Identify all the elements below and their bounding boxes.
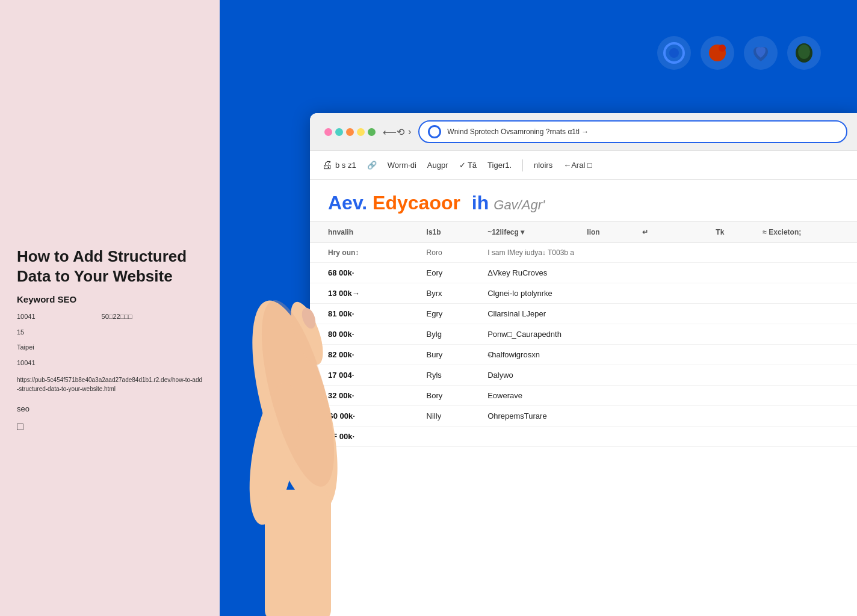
table-row: 81 00k· Egry Cllarsinal LJeper	[310, 304, 857, 324]
back-icon[interactable]: ⟵⟲	[383, 126, 404, 138]
sidebar-title: How to Add Structured Data to Your Websi…	[17, 247, 203, 286]
browser-content: Aev. Edycaoor ih Gav/Agr' hnvalih ls1b ~…	[310, 180, 857, 616]
browser-topbar: ⟵⟲ › Wnind Sprotech Ovsamroning ?rnats α…	[310, 113, 857, 151]
cell-col1: S0 00k·	[310, 406, 418, 427]
toolbar-item-worm[interactable]: Worm·di	[388, 161, 416, 170]
sidebar-url: https://pub-5c454f571b8e40a3a2aad27ade84…	[17, 375, 203, 393]
cell-col2: Ryls	[418, 365, 480, 386]
table-body: 68 00k· Eory ΔVkey RuCroves 13 00k→ Byrx…	[310, 263, 857, 447]
dot-yellow	[357, 128, 365, 136]
address-bar[interactable]: Wnind Sprotech Ovsamroning ?rnats α1tl →	[418, 120, 847, 143]
svg-point-3	[719, 45, 726, 52]
toolbar-label-worm: Worm·di	[388, 161, 416, 170]
dot-pink	[324, 128, 332, 136]
cell-col3: Ponw□_Caurapednth	[479, 324, 857, 345]
toolbar-item-2[interactable]: 🔗	[367, 161, 377, 170]
top-icon-2	[701, 36, 734, 70]
toolbar-icon-1: 🖨	[322, 159, 333, 171]
cell-col1: 80 00k·	[310, 324, 418, 345]
cell-col2: Eory	[418, 263, 480, 283]
cell-col2: Bory	[418, 386, 480, 406]
cell-col1: 13 00k→	[310, 283, 418, 304]
cell-col2: Nilly	[418, 406, 480, 427]
top-icon-1	[657, 36, 691, 70]
page-header: Aev. Edycaoor ih Gav/Agr'	[310, 180, 857, 221]
cell-col3: Dalywo	[479, 365, 857, 386]
svg-point-1	[669, 48, 679, 58]
table-subheader-row: Hry oun↕ Roro I sam IMey iudya↓ T003b a	[310, 243, 857, 263]
page-subtitle: Gav/Agr'	[493, 197, 545, 213]
main-area: ⟵⟲ › Wnind Sprotech Ovsamroning ?rnats α…	[220, 0, 857, 616]
top-icon-3	[744, 36, 778, 70]
browser-toolbar: 🖨 b s z1 🔗 Worm·di Augpr ✓ Tā Tiger1. nl…	[310, 151, 857, 180]
svg-point-7	[241, 379, 308, 529]
table-row: 13 00k→ Byrx Clgnei-lo ptolynrke	[310, 283, 857, 304]
toolbar-item-tiger[interactable]: Tiger1.	[487, 161, 512, 170]
cell-col3: €halfowigrosxn	[479, 345, 857, 365]
table-row: 32 00k· Bory Eowerave	[310, 386, 857, 406]
sidebar-meta-line1: 10041 50□22□□□	[17, 312, 203, 322]
cell-col2: Egry	[418, 304, 480, 324]
dot-teal	[335, 128, 343, 136]
toolbar-icon-2: 🔗	[367, 161, 377, 170]
svg-point-5	[798, 45, 810, 59]
toolbar-item-1[interactable]: 🖨 b s z1	[322, 159, 356, 171]
th-excieton: ≈ Excieton;	[754, 222, 857, 243]
cell-col3: Cllarsinal LJeper	[479, 304, 857, 324]
cell-col3: ΔVkey RuCroves	[479, 263, 857, 283]
sidebar-meta-line4: 10041	[17, 358, 203, 369]
sidebar-icon: □	[17, 420, 203, 433]
th-lifecg: ~12lifecg ▾	[479, 222, 578, 243]
cell-col1: 68 00k·	[310, 263, 418, 283]
cell-col3	[479, 427, 857, 447]
table-header-row: hnvalih ls1b ~12lifecg ▾ lion ↵ Tk ≈ Exc…	[310, 222, 857, 243]
cell-col3: Eowerave	[479, 386, 857, 406]
address-text: Wnind Sprotech Ovsamroning ?rnats α1tl →	[447, 128, 589, 136]
table-row: 80 00k· Bylg Ponw□_Caurapednth	[310, 324, 857, 345]
address-circle-icon	[428, 125, 441, 138]
page-title-part1: Aev. Edycaoor ih	[328, 192, 489, 214]
cell-col2	[418, 427, 480, 447]
toolbar-label-ta: ✓ Tā	[459, 161, 477, 170]
cell-col1: 32 00k·	[310, 386, 418, 406]
dot-orange	[346, 128, 354, 136]
cell-col2: Bury	[418, 345, 480, 365]
table-row: 8F 00k·	[310, 427, 857, 447]
forward-icon[interactable]: ›	[408, 126, 411, 137]
page-title-text3: ih	[472, 192, 489, 214]
sidebar: How to Add Structured Data to Your Websi…	[0, 0, 220, 616]
th-empty	[676, 222, 707, 243]
sidebar-meta-line2: 15	[17, 327, 203, 338]
toolbar-separator	[522, 159, 523, 171]
cell-col3: Clgnei-lo ptolynrke	[479, 283, 857, 304]
th-lion: lion	[578, 222, 634, 243]
cell-col2: Byrx	[418, 283, 480, 304]
browser-window: ⟵⟲ › Wnind Sprotech Ovsamroning ?rnats α…	[310, 113, 857, 616]
toolbar-item-aral[interactable]: ←Aral □	[563, 161, 592, 170]
sidebar-tag: seo	[17, 404, 203, 413]
cell-col1: 81 00k·	[310, 304, 418, 324]
toolbar-label-tiger: Tiger1.	[487, 161, 512, 170]
toolbar-item-ta[interactable]: ✓ Tā	[459, 161, 477, 170]
toolbar-item-augpr[interactable]: Augpr	[427, 161, 448, 170]
th-lstb: ls1b	[418, 222, 480, 243]
toolbar-label-1: b s z1	[335, 161, 356, 170]
sidebar-subtitle: Keyword SEO	[17, 294, 203, 304]
table-row: S0 00k· Nilly OhrepemsTurare	[310, 406, 857, 427]
top-icon-4	[787, 36, 821, 70]
cell-col2: Bylg	[418, 324, 480, 345]
subheader-col1: Hry oun↕	[310, 243, 418, 263]
toolbar-label-augpr: Augpr	[427, 161, 448, 170]
th-return: ↵	[634, 222, 676, 243]
table-row: 68 00k· Eory ΔVkey RuCroves	[310, 263, 857, 283]
table-row: 82 00k· Bury €halfowigrosxn	[310, 345, 857, 365]
table-row: 17 004· Ryls Dalywo	[310, 365, 857, 386]
cell-col1: 17 004·	[310, 365, 418, 386]
nav-icons[interactable]: ⟵⟲ ›	[383, 126, 411, 138]
toolbar-item-nloirs[interactable]: nloirs	[534, 161, 552, 170]
toolbar-label-nloirs: nloirs	[534, 161, 552, 170]
cell-col3: OhrepemsTurare	[479, 406, 857, 427]
data-table: hnvalih ls1b ~12lifecg ▾ lion ↵ Tk ≈ Exc…	[310, 221, 857, 447]
th-tk: Tk	[707, 222, 754, 243]
subheader-col2: Roro	[418, 243, 480, 263]
